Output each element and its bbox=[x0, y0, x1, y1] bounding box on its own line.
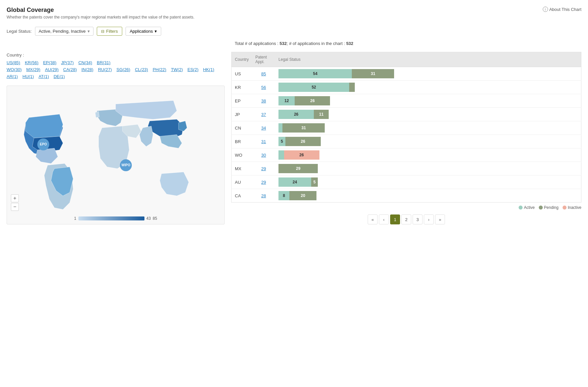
filters-button[interactable]: ⊟ Filters bbox=[97, 27, 122, 36]
appl-link[interactable]: 28 bbox=[261, 193, 266, 198]
bar-pending: 5 bbox=[311, 177, 318, 187]
country-link[interactable]: MX(29) bbox=[26, 67, 41, 72]
table-row: WO3026 bbox=[232, 148, 581, 162]
bar-wrapper: 1226 bbox=[278, 96, 578, 105]
table-row: KR5652 bbox=[232, 81, 581, 94]
bar-active: 54 bbox=[278, 69, 352, 78]
zoom-out-button[interactable]: − bbox=[11, 203, 19, 211]
bar-wrapper: 2611 bbox=[278, 110, 578, 119]
inactive-label: Inactive bbox=[568, 205, 581, 210]
col-header-appl: Patent Appl. bbox=[252, 52, 275, 67]
legend-active: Active bbox=[519, 205, 535, 210]
cell-bar: 26 bbox=[275, 148, 581, 162]
country-link[interactable]: PH(22) bbox=[153, 67, 166, 72]
country-link[interactable]: AU(29) bbox=[45, 67, 58, 72]
country-link[interactable]: ES(2) bbox=[187, 67, 198, 72]
country-link[interactable]: TW(2) bbox=[171, 67, 183, 72]
legal-status-label: Legal Status: bbox=[7, 29, 32, 34]
page-2-button[interactable]: 2 bbox=[401, 214, 411, 224]
bar-inactive: 26 bbox=[284, 150, 319, 160]
country-link[interactable]: CA(28) bbox=[63, 67, 77, 72]
appl-link[interactable]: 37 bbox=[261, 112, 266, 117]
country-link[interactable]: IN(28) bbox=[82, 67, 93, 72]
pagination: « ‹ 1 2 3 › » bbox=[231, 214, 581, 224]
cell-appl: 38 bbox=[252, 94, 275, 108]
country-link[interactable]: BR(31) bbox=[97, 60, 110, 65]
appl-link[interactable]: 29 bbox=[261, 166, 266, 171]
page-3-button[interactable]: 3 bbox=[413, 214, 423, 224]
epo-bubble[interactable]: EPO bbox=[37, 138, 49, 150]
last-page-button[interactable]: » bbox=[435, 214, 445, 224]
col-header-country: Country bbox=[232, 52, 252, 67]
appl-link[interactable]: 85 bbox=[261, 71, 266, 76]
country-link[interactable]: CL(23) bbox=[135, 67, 148, 72]
about-this-chart-button[interactable]: i About This Chart bbox=[543, 7, 581, 12]
cell-bar: 526 bbox=[275, 135, 581, 148]
cell-country: CA bbox=[232, 189, 252, 203]
country-link[interactable]: HK(1) bbox=[203, 67, 214, 72]
appl-link[interactable]: 34 bbox=[261, 126, 266, 131]
active-label: Active bbox=[524, 205, 535, 210]
right-panel: Country Patent Appl. Legal Status US8554… bbox=[231, 52, 581, 224]
country-link[interactable]: US(85) bbox=[7, 60, 20, 65]
wipo-bubble[interactable]: WIPO bbox=[120, 159, 132, 171]
chart-legend: Active Pending Inactive bbox=[231, 205, 581, 210]
cell-appl: 56 bbox=[252, 81, 275, 94]
legend-max: 85 bbox=[153, 216, 157, 221]
cell-bar: 5431 bbox=[275, 67, 581, 81]
legend-mid: 43 bbox=[146, 216, 151, 221]
appl-link[interactable]: 38 bbox=[261, 98, 266, 103]
legend-gradient bbox=[78, 216, 144, 220]
country-link[interactable]: HU(1) bbox=[22, 74, 34, 79]
cell-bar: 52 bbox=[275, 81, 581, 94]
appl-link[interactable]: 31 bbox=[261, 139, 266, 144]
bar-wrapper: 26 bbox=[278, 150, 578, 160]
cell-bar: 245 bbox=[275, 175, 581, 189]
country-link[interactable]: CN(34) bbox=[78, 60, 92, 65]
page-title: Global Coverage bbox=[7, 7, 195, 14]
prev-page-button[interactable]: ‹ bbox=[379, 214, 389, 224]
country-link[interactable]: SG(26) bbox=[117, 67, 130, 72]
filter-label: Filters bbox=[106, 29, 118, 34]
country-link[interactable]: EP(38) bbox=[43, 60, 56, 65]
legal-status-dropdown[interactable]: Active, Pending, Inactive ▾ bbox=[35, 27, 93, 36]
funnel-icon: ⊟ bbox=[101, 29, 104, 34]
pending-label: Pending bbox=[544, 205, 559, 210]
country-link[interactable]: KR(56) bbox=[25, 60, 38, 65]
col-header-status: Legal Status bbox=[275, 52, 581, 67]
applications-button[interactable]: Applications ▾ bbox=[126, 27, 161, 36]
legend-inactive: Inactive bbox=[563, 205, 581, 210]
country-link[interactable]: DE(1) bbox=[54, 74, 65, 79]
bar-active bbox=[278, 150, 284, 160]
appl-link[interactable]: 56 bbox=[261, 85, 266, 90]
country-link[interactable]: JP(37) bbox=[61, 60, 74, 65]
page-1-button[interactable]: 1 bbox=[390, 214, 400, 224]
bar-pending: 20 bbox=[289, 191, 316, 200]
dropdown-arrow-icon: ▾ bbox=[88, 29, 90, 34]
country-link[interactable]: AR(1) bbox=[7, 74, 18, 79]
zoom-controls: + − bbox=[11, 194, 19, 211]
map-container: EPO WIPO + − 1 43 85 bbox=[7, 86, 225, 224]
cell-bar: 820 bbox=[275, 189, 581, 203]
summary-text: Total # of applications : 532; # of appl… bbox=[7, 41, 581, 46]
chart-apps: 532 bbox=[346, 41, 353, 46]
table-row: CA28820 bbox=[232, 189, 581, 203]
table-row: MX2929 bbox=[232, 162, 581, 175]
next-page-button[interactable]: › bbox=[424, 214, 434, 224]
world-map bbox=[10, 89, 221, 221]
country-link[interactable]: AT(1) bbox=[39, 74, 49, 79]
country-link[interactable]: WO(30) bbox=[7, 67, 22, 72]
appl-link[interactable]: 30 bbox=[261, 153, 266, 158]
appl-link[interactable]: 29 bbox=[261, 180, 266, 185]
cell-country: WO bbox=[232, 148, 252, 162]
table-row: US855431 bbox=[232, 67, 581, 81]
country-link[interactable]: RU(27) bbox=[98, 67, 112, 72]
legend-min: 1 bbox=[74, 216, 76, 221]
map-color-legend: 1 43 85 bbox=[74, 216, 157, 221]
bar-pending bbox=[349, 83, 354, 92]
zoom-in-button[interactable]: + bbox=[11, 194, 19, 202]
legal-status-value: Active, Pending, Inactive bbox=[39, 29, 86, 34]
first-page-button[interactable]: « bbox=[368, 214, 378, 224]
country-label: Country : bbox=[7, 52, 24, 58]
bar-active: 8 bbox=[278, 191, 289, 200]
